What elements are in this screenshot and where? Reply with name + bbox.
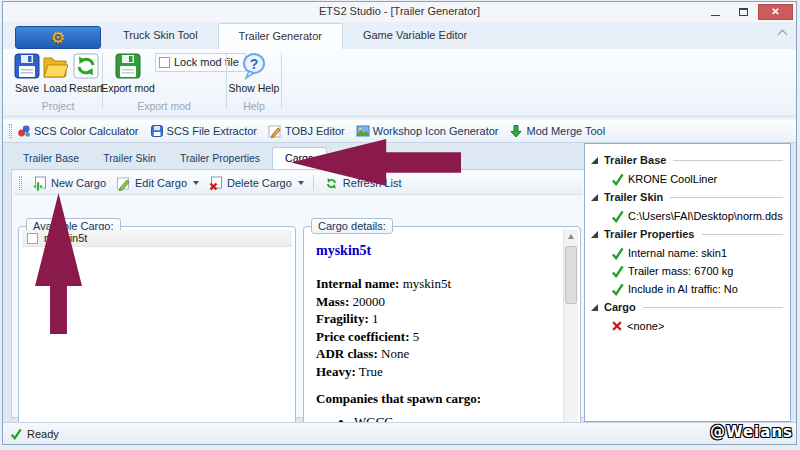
group-separator: [281, 53, 282, 109]
section-trailer-skin[interactable]: Trailer Skin: [591, 191, 785, 203]
cargo-toolbar: New Cargo Edit Cargo Delete Cargo Refres…: [14, 172, 583, 195]
group-label-project: Project: [15, 100, 101, 112]
delete-cargo-label: Delete Cargo: [227, 177, 292, 189]
status-bar: Ready: [3, 422, 796, 444]
scs-file-extractor-label: SCS File Extractor: [167, 125, 257, 137]
edit-cargo-icon: [116, 176, 131, 191]
status-text: Ready: [27, 428, 59, 440]
ribbon-tab-strip: ⚙ Truck Skin Tool Trailer Generator Game…: [3, 22, 796, 49]
new-cargo-icon: [32, 176, 47, 191]
detail-field: Fragility: 1: [316, 310, 558, 328]
maximize-button[interactable]: [730, 4, 757, 20]
expander-icon[interactable]: [591, 304, 598, 311]
close-button[interactable]: ✕: [758, 4, 793, 20]
refresh-list-icon: [324, 176, 339, 191]
gear-icon: ⚙: [51, 30, 65, 46]
restart-button[interactable]: Restart: [69, 49, 103, 94]
load-label: Load: [43, 82, 66, 94]
tobj-editor-button[interactable]: TOBJ Editor: [268, 124, 345, 138]
section-trailer-properties[interactable]: Trailer Properties: [591, 228, 785, 240]
delete-cargo-dropdown-icon[interactable]: [298, 181, 304, 185]
expander-icon[interactable]: [591, 157, 598, 164]
summary-item: KRONE CoolLiner: [591, 170, 785, 188]
ribbon-collapse-icon[interactable]: [778, 30, 788, 40]
edit-cargo-dropdown-icon[interactable]: [193, 181, 199, 185]
workshop-icon-generator-button[interactable]: Workshop Icon Generator: [356, 124, 499, 138]
load-button[interactable]: Load: [41, 49, 69, 94]
check-icon: [611, 173, 624, 186]
scrollbar-thumb[interactable]: [565, 246, 577, 304]
summary-panel: Trailer Base KRONE CoolLiner Trailer Ski…: [584, 143, 791, 422]
summary-item: C:\Users\FAI\Desktop\norm.dds: [591, 207, 785, 225]
cargo-details-content: myskin5t Internal name: myskin5t Mass: 2…: [306, 229, 562, 439]
page-tab-strip: Trailer Base Trailer Skin Trailer Proper…: [11, 146, 327, 170]
checkbox-icon[interactable]: [27, 233, 38, 244]
image-icon: [356, 124, 370, 138]
ribbon-group-project: Save Load Restart Project: [15, 49, 101, 113]
status-check-icon: [10, 428, 22, 440]
scs-file-extractor-button[interactable]: SCS File Extractor: [150, 124, 257, 138]
maximize-icon: [739, 8, 748, 16]
section-trailer-base[interactable]: Trailer Base: [591, 154, 785, 166]
application-menu-button[interactable]: ⚙: [15, 26, 101, 49]
section-cargo[interactable]: Cargo: [591, 301, 785, 313]
group-label-export-mod: Export mod: [103, 100, 225, 112]
summary-item: Trailer mass: 6700 kg: [591, 262, 785, 280]
summary-item: Include in AI traffic: No: [591, 280, 785, 298]
window-title: ETS2 Studio - [Trailer Generator]: [3, 5, 796, 17]
delete-cargo-button[interactable]: Delete Cargo: [203, 176, 297, 191]
cargo-details-groupbox: Cargo details: myskin5t Internal name: m…: [303, 226, 581, 442]
minimize-button[interactable]: [702, 4, 729, 20]
new-cargo-button[interactable]: New Cargo: [27, 176, 111, 191]
edit-cargo-label: Edit Cargo: [135, 177, 187, 189]
ribbon: Save Load Restart Project Export mod: [3, 49, 796, 118]
export-floppy-icon: [114, 52, 142, 80]
file-extractor-icon: [150, 124, 164, 138]
details-scrollbar[interactable]: [563, 229, 578, 439]
show-help-button[interactable]: ? Show Help: [237, 49, 271, 94]
quick-toolbar: SCS Color Calculator SCS File Extractor …: [3, 119, 796, 143]
app-window: ETS2 Studio - [Trailer Generator] ✕ ⚙ Tr…: [2, 1, 797, 445]
summary-item: Internal name: skin1: [591, 244, 785, 262]
help-icon: ?: [240, 52, 268, 80]
expander-icon[interactable]: [591, 194, 598, 201]
svg-text:?: ?: [250, 56, 259, 72]
group-label-help: Help: [227, 100, 281, 112]
scs-color-calculator-label: SCS Color Calculator: [34, 125, 139, 137]
scs-color-calculator-button[interactable]: SCS Color Calculator: [17, 124, 139, 138]
expander-icon[interactable]: [591, 231, 598, 238]
cargo-name: myskin5t: [316, 243, 558, 259]
restart-label: Restart: [69, 82, 103, 94]
ribbon-tab-game-variable-editor[interactable]: Game Variable Editor: [343, 23, 487, 49]
edit-cargo-button[interactable]: Edit Cargo: [111, 176, 192, 191]
restart-refresh-icon: [72, 52, 100, 80]
merge-arrow-icon: [509, 124, 523, 138]
pencil-icon: [268, 124, 282, 138]
export-mod-button[interactable]: Export mod: [111, 49, 145, 94]
tab-trailer-base[interactable]: Trailer Base: [11, 148, 91, 170]
export-mod-label: Export mod: [101, 82, 155, 94]
toolbar-grip[interactable]: [9, 124, 12, 138]
detail-field: Heavy: True: [316, 363, 558, 381]
cross-icon: [611, 320, 623, 332]
scrollbar-up-icon[interactable]: [564, 229, 578, 244]
cargo-page: New Cargo Edit Cargo Delete Cargo Refres…: [11, 169, 586, 418]
minimize-icon: [711, 15, 720, 16]
ribbon-tab-trailer-generator[interactable]: Trailer Generator: [218, 23, 343, 49]
title-bar: ETS2 Studio - [Trailer Generator] ✕: [3, 2, 796, 22]
close-icon: ✕: [771, 7, 779, 17]
save-button[interactable]: Save: [13, 49, 41, 94]
check-icon: [611, 283, 624, 296]
mod-merge-tool-button[interactable]: Mod Merge Tool: [509, 124, 605, 138]
detail-field: ADR class: None: [316, 345, 558, 363]
new-cargo-label: New Cargo: [51, 177, 106, 189]
mod-merge-tool-label: Mod Merge Tool: [526, 125, 605, 137]
toolbar-grip[interactable]: [19, 176, 22, 190]
ribbon-tab-truck-skin-tool[interactable]: Truck Skin Tool: [103, 23, 218, 49]
toolbar-separator: [313, 175, 314, 191]
tab-trailer-skin[interactable]: Trailer Skin: [91, 148, 168, 170]
check-icon: [611, 247, 624, 260]
delete-cargo-icon: [208, 176, 223, 191]
tab-trailer-properties[interactable]: Trailer Properties: [168, 148, 272, 170]
watermark: @Weians: [710, 423, 793, 441]
